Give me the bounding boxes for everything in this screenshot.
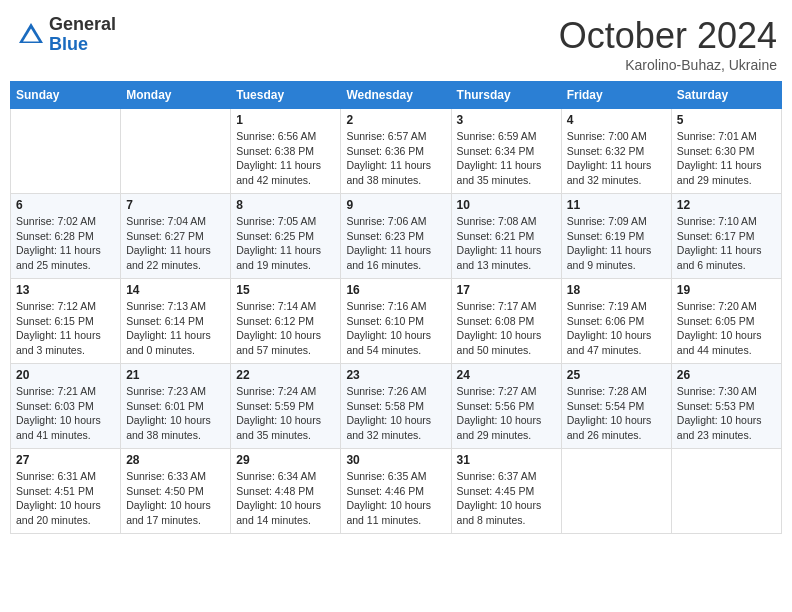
calendar-cell: [671, 449, 781, 534]
day-number: 6: [16, 198, 115, 212]
calendar-cell: 20 Sunrise: 7:21 AM Sunset: 6:03 PM Dayl…: [11, 364, 121, 449]
calendar-cell: 31 Sunrise: 6:37 AM Sunset: 4:45 PM Dayl…: [451, 449, 561, 534]
daylight-text: Daylight: 10 hours and 57 minutes.: [236, 329, 321, 356]
calendar-cell: 9 Sunrise: 7:06 AM Sunset: 6:23 PM Dayli…: [341, 194, 451, 279]
sunset-text: Sunset: 6:10 PM: [346, 315, 424, 327]
calendar-cell: 5 Sunrise: 7:01 AM Sunset: 6:30 PM Dayli…: [671, 109, 781, 194]
sunrise-text: Sunrise: 6:33 AM: [126, 470, 206, 482]
calendar-cell: [121, 109, 231, 194]
sunrise-text: Sunrise: 7:23 AM: [126, 385, 206, 397]
calendar-week-row: 1 Sunrise: 6:56 AM Sunset: 6:38 PM Dayli…: [11, 109, 782, 194]
day-number: 17: [457, 283, 556, 297]
sunset-text: Sunset: 6:08 PM: [457, 315, 535, 327]
sunrise-text: Sunrise: 6:37 AM: [457, 470, 537, 482]
sunrise-text: Sunrise: 7:26 AM: [346, 385, 426, 397]
day-number: 30: [346, 453, 445, 467]
calendar-cell: 3 Sunrise: 6:59 AM Sunset: 6:34 PM Dayli…: [451, 109, 561, 194]
weekday-header-thursday: Thursday: [451, 82, 561, 109]
daylight-text: Daylight: 10 hours and 11 minutes.: [346, 499, 431, 526]
sunset-text: Sunset: 5:58 PM: [346, 400, 424, 412]
sunrise-text: Sunrise: 7:30 AM: [677, 385, 757, 397]
daylight-text: Daylight: 10 hours and 44 minutes.: [677, 329, 762, 356]
day-number: 27: [16, 453, 115, 467]
calendar-cell: 13 Sunrise: 7:12 AM Sunset: 6:15 PM Dayl…: [11, 279, 121, 364]
day-info: Sunrise: 7:27 AM Sunset: 5:56 PM Dayligh…: [457, 384, 556, 443]
calendar-week-row: 6 Sunrise: 7:02 AM Sunset: 6:28 PM Dayli…: [11, 194, 782, 279]
calendar-cell: 1 Sunrise: 6:56 AM Sunset: 6:38 PM Dayli…: [231, 109, 341, 194]
day-info: Sunrise: 7:26 AM Sunset: 5:58 PM Dayligh…: [346, 384, 445, 443]
daylight-text: Daylight: 11 hours and 35 minutes.: [457, 159, 542, 186]
calendar-cell: 2 Sunrise: 6:57 AM Sunset: 6:36 PM Dayli…: [341, 109, 451, 194]
daylight-text: Daylight: 10 hours and 14 minutes.: [236, 499, 321, 526]
day-info: Sunrise: 7:13 AM Sunset: 6:14 PM Dayligh…: [126, 299, 225, 358]
day-number: 12: [677, 198, 776, 212]
daylight-text: Daylight: 10 hours and 8 minutes.: [457, 499, 542, 526]
calendar-cell: 29 Sunrise: 6:34 AM Sunset: 4:48 PM Dayl…: [231, 449, 341, 534]
sunset-text: Sunset: 6:30 PM: [677, 145, 755, 157]
day-number: 13: [16, 283, 115, 297]
sunrise-text: Sunrise: 7:17 AM: [457, 300, 537, 312]
day-number: 20: [16, 368, 115, 382]
calendar-cell: 15 Sunrise: 7:14 AM Sunset: 6:12 PM Dayl…: [231, 279, 341, 364]
weekday-header-friday: Friday: [561, 82, 671, 109]
sunset-text: Sunset: 5:54 PM: [567, 400, 645, 412]
logo: General Blue: [15, 15, 116, 55]
day-info: Sunrise: 7:19 AM Sunset: 6:06 PM Dayligh…: [567, 299, 666, 358]
calendar-cell: 26 Sunrise: 7:30 AM Sunset: 5:53 PM Dayl…: [671, 364, 781, 449]
daylight-text: Daylight: 11 hours and 25 minutes.: [16, 244, 101, 271]
sunrise-text: Sunrise: 7:19 AM: [567, 300, 647, 312]
sunset-text: Sunset: 6:15 PM: [16, 315, 94, 327]
daylight-text: Daylight: 11 hours and 19 minutes.: [236, 244, 321, 271]
day-number: 1: [236, 113, 335, 127]
calendar-cell: 11 Sunrise: 7:09 AM Sunset: 6:19 PM Dayl…: [561, 194, 671, 279]
sunrise-text: Sunrise: 7:08 AM: [457, 215, 537, 227]
calendar-table: SundayMondayTuesdayWednesdayThursdayFrid…: [10, 81, 782, 534]
daylight-text: Daylight: 10 hours and 35 minutes.: [236, 414, 321, 441]
day-number: 8: [236, 198, 335, 212]
daylight-text: Daylight: 11 hours and 3 minutes.: [16, 329, 101, 356]
title-block: October 2024 Karolino-Buhaz, Ukraine: [559, 15, 777, 73]
sunrise-text: Sunrise: 7:21 AM: [16, 385, 96, 397]
calendar-cell: 10 Sunrise: 7:08 AM Sunset: 6:21 PM Dayl…: [451, 194, 561, 279]
sunrise-text: Sunrise: 7:05 AM: [236, 215, 316, 227]
day-number: 3: [457, 113, 556, 127]
day-info: Sunrise: 7:04 AM Sunset: 6:27 PM Dayligh…: [126, 214, 225, 273]
daylight-text: Daylight: 10 hours and 32 minutes.: [346, 414, 431, 441]
sunset-text: Sunset: 6:03 PM: [16, 400, 94, 412]
day-info: Sunrise: 6:37 AM Sunset: 4:45 PM Dayligh…: [457, 469, 556, 528]
calendar-cell: 24 Sunrise: 7:27 AM Sunset: 5:56 PM Dayl…: [451, 364, 561, 449]
daylight-text: Daylight: 10 hours and 29 minutes.: [457, 414, 542, 441]
sunset-text: Sunset: 6:19 PM: [567, 230, 645, 242]
logo-text: General Blue: [49, 15, 116, 55]
sunrise-text: Sunrise: 6:31 AM: [16, 470, 96, 482]
day-info: Sunrise: 7:02 AM Sunset: 6:28 PM Dayligh…: [16, 214, 115, 273]
sunset-text: Sunset: 5:59 PM: [236, 400, 314, 412]
day-number: 23: [346, 368, 445, 382]
day-number: 5: [677, 113, 776, 127]
daylight-text: Daylight: 11 hours and 38 minutes.: [346, 159, 431, 186]
sunset-text: Sunset: 4:51 PM: [16, 485, 94, 497]
day-info: Sunrise: 6:33 AM Sunset: 4:50 PM Dayligh…: [126, 469, 225, 528]
day-number: 19: [677, 283, 776, 297]
calendar-week-row: 13 Sunrise: 7:12 AM Sunset: 6:15 PM Dayl…: [11, 279, 782, 364]
calendar-week-row: 20 Sunrise: 7:21 AM Sunset: 6:03 PM Dayl…: [11, 364, 782, 449]
calendar-cell: 17 Sunrise: 7:17 AM Sunset: 6:08 PM Dayl…: [451, 279, 561, 364]
calendar-cell: 25 Sunrise: 7:28 AM Sunset: 5:54 PM Dayl…: [561, 364, 671, 449]
logo-general: General: [49, 15, 116, 35]
weekday-header-tuesday: Tuesday: [231, 82, 341, 109]
location-subtitle: Karolino-Buhaz, Ukraine: [559, 57, 777, 73]
daylight-text: Daylight: 10 hours and 23 minutes.: [677, 414, 762, 441]
day-number: 22: [236, 368, 335, 382]
sunset-text: Sunset: 6:34 PM: [457, 145, 535, 157]
calendar-cell: 18 Sunrise: 7:19 AM Sunset: 6:06 PM Dayl…: [561, 279, 671, 364]
logo-blue: Blue: [49, 35, 116, 55]
calendar-cell: 28 Sunrise: 6:33 AM Sunset: 4:50 PM Dayl…: [121, 449, 231, 534]
sunrise-text: Sunrise: 7:14 AM: [236, 300, 316, 312]
sunset-text: Sunset: 6:06 PM: [567, 315, 645, 327]
calendar-cell: [11, 109, 121, 194]
day-info: Sunrise: 6:56 AM Sunset: 6:38 PM Dayligh…: [236, 129, 335, 188]
day-info: Sunrise: 6:35 AM Sunset: 4:46 PM Dayligh…: [346, 469, 445, 528]
sunset-text: Sunset: 6:27 PM: [126, 230, 204, 242]
calendar-cell: 14 Sunrise: 7:13 AM Sunset: 6:14 PM Dayl…: [121, 279, 231, 364]
day-number: 24: [457, 368, 556, 382]
